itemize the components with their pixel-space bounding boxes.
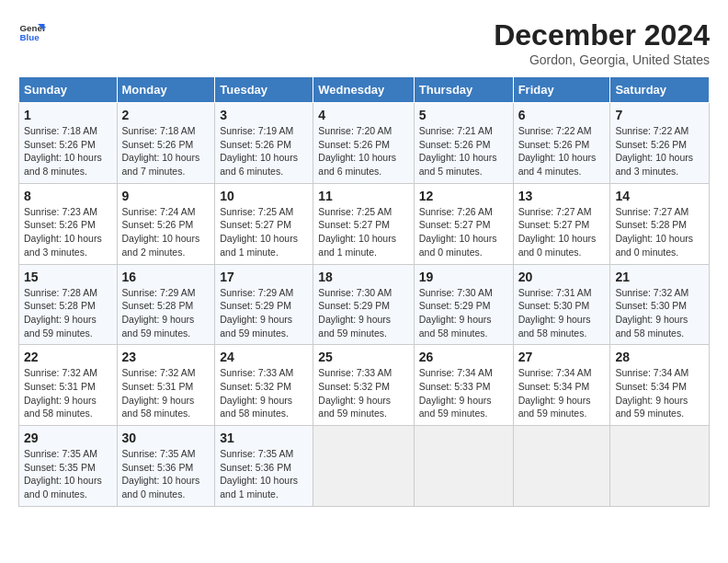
table-row — [610, 426, 710, 507]
table-row: 1 Sunrise: 7:18 AMSunset: 5:26 PMDayligh… — [19, 103, 118, 184]
svg-text:Blue: Blue — [20, 32, 40, 42]
day-info: Sunrise: 7:29 AMSunset: 5:29 PMDaylight:… — [220, 287, 293, 339]
logo-icon: General Blue — [18, 18, 46, 46]
day-info: Sunrise: 7:19 AMSunset: 5:26 PMDaylight:… — [220, 125, 298, 177]
table-row: 20 Sunrise: 7:31 AMSunset: 5:30 PMDaylig… — [513, 264, 610, 345]
day-info: Sunrise: 7:33 AMSunset: 5:32 PMDaylight:… — [318, 367, 392, 419]
day-number: 16 — [122, 270, 210, 284]
table-row: 7 Sunrise: 7:22 AMSunset: 5:26 PMDayligh… — [610, 103, 710, 184]
day-number: 13 — [518, 189, 606, 203]
day-info: Sunrise: 7:25 AMSunset: 5:27 PMDaylight:… — [318, 206, 396, 258]
day-number: 25 — [318, 350, 408, 364]
table-row: 22 Sunrise: 7:32 AMSunset: 5:31 PMDaylig… — [19, 345, 118, 426]
day-number: 23 — [122, 350, 210, 364]
table-row: 16 Sunrise: 7:29 AMSunset: 5:28 PMDaylig… — [117, 264, 215, 345]
day-number: 10 — [220, 189, 308, 203]
day-info: Sunrise: 7:27 AMSunset: 5:28 PMDaylight:… — [615, 206, 693, 258]
calendar-week-row: 29 Sunrise: 7:35 AMSunset: 5:35 PMDaylig… — [19, 426, 710, 507]
table-row: 11 Sunrise: 7:25 AMSunset: 5:27 PMDaylig… — [313, 183, 414, 264]
day-info: Sunrise: 7:27 AMSunset: 5:27 PMDaylight:… — [518, 206, 597, 258]
table-row: 19 Sunrise: 7:30 AMSunset: 5:29 PMDaylig… — [414, 264, 513, 345]
table-row: 31 Sunrise: 7:35 AMSunset: 5:36 PMDaylig… — [215, 426, 313, 507]
day-info: Sunrise: 7:21 AMSunset: 5:26 PMDaylight:… — [419, 125, 497, 177]
day-info: Sunrise: 7:33 AMSunset: 5:32 PMDaylight:… — [220, 367, 293, 419]
page-header: General Blue December 2024 Gordon, Georg… — [18, 18, 710, 67]
location: Gordon, Georgia, United States — [494, 52, 710, 67]
day-number: 17 — [220, 270, 308, 284]
day-number: 9 — [122, 189, 210, 203]
col-thursday: Thursday — [414, 77, 513, 103]
table-row: 17 Sunrise: 7:29 AMSunset: 5:29 PMDaylig… — [215, 264, 313, 345]
table-row: 29 Sunrise: 7:35 AMSunset: 5:35 PMDaylig… — [19, 426, 118, 507]
day-number: 20 — [518, 270, 606, 284]
calendar-week-row: 15 Sunrise: 7:28 AMSunset: 5:28 PMDaylig… — [19, 264, 710, 345]
day-info: Sunrise: 7:32 AMSunset: 5:31 PMDaylight:… — [24, 367, 97, 419]
day-number: 28 — [615, 350, 704, 364]
day-number: 14 — [615, 189, 704, 203]
day-info: Sunrise: 7:26 AMSunset: 5:27 PMDaylight:… — [419, 206, 497, 258]
table-row: 6 Sunrise: 7:22 AMSunset: 5:26 PMDayligh… — [513, 103, 610, 184]
month-title: December 2024 — [494, 18, 710, 52]
day-info: Sunrise: 7:35 AMSunset: 5:35 PMDaylight:… — [24, 448, 102, 500]
calendar-week-row: 22 Sunrise: 7:32 AMSunset: 5:31 PMDaylig… — [19, 345, 710, 426]
day-info: Sunrise: 7:35 AMSunset: 5:36 PMDaylight:… — [220, 448, 298, 500]
table-row: 15 Sunrise: 7:28 AMSunset: 5:28 PMDaylig… — [19, 264, 118, 345]
table-row: 14 Sunrise: 7:27 AMSunset: 5:28 PMDaylig… — [610, 183, 710, 264]
day-number: 29 — [24, 431, 112, 445]
day-info: Sunrise: 7:29 AMSunset: 5:28 PMDaylight:… — [122, 287, 196, 339]
day-info: Sunrise: 7:35 AMSunset: 5:36 PMDaylight:… — [122, 448, 200, 500]
day-info: Sunrise: 7:25 AMSunset: 5:27 PMDaylight:… — [220, 206, 298, 258]
table-row: 27 Sunrise: 7:34 AMSunset: 5:34 PMDaylig… — [513, 345, 610, 426]
day-number: 22 — [24, 350, 112, 364]
table-row: 26 Sunrise: 7:34 AMSunset: 5:33 PMDaylig… — [414, 345, 513, 426]
day-info: Sunrise: 7:22 AMSunset: 5:26 PMDaylight:… — [615, 125, 693, 177]
day-number: 12 — [419, 189, 508, 203]
day-info: Sunrise: 7:34 AMSunset: 5:33 PMDaylight:… — [419, 367, 493, 419]
day-info: Sunrise: 7:30 AMSunset: 5:29 PMDaylight:… — [318, 287, 392, 339]
col-sunday: Sunday — [19, 77, 118, 103]
calendar-table: Sunday Monday Tuesday Wednesday Thursday… — [18, 76, 710, 507]
day-number: 26 — [419, 350, 508, 364]
day-number: 19 — [419, 270, 508, 284]
table-row: 10 Sunrise: 7:25 AMSunset: 5:27 PMDaylig… — [215, 183, 313, 264]
day-number: 5 — [419, 108, 508, 122]
table-row — [313, 426, 414, 507]
day-number: 7 — [615, 108, 704, 122]
day-info: Sunrise: 7:28 AMSunset: 5:28 PMDaylight:… — [24, 287, 97, 339]
table-row: 25 Sunrise: 7:33 AMSunset: 5:32 PMDaylig… — [313, 345, 414, 426]
day-info: Sunrise: 7:23 AMSunset: 5:26 PMDaylight:… — [24, 206, 102, 258]
day-info: Sunrise: 7:24 AMSunset: 5:26 PMDaylight:… — [122, 206, 200, 258]
day-info: Sunrise: 7:30 AMSunset: 5:29 PMDaylight:… — [419, 287, 493, 339]
table-row: 21 Sunrise: 7:32 AMSunset: 5:30 PMDaylig… — [610, 264, 710, 345]
day-number: 3 — [220, 108, 308, 122]
table-row: 18 Sunrise: 7:30 AMSunset: 5:29 PMDaylig… — [313, 264, 414, 345]
day-info: Sunrise: 7:22 AMSunset: 5:26 PMDaylight:… — [518, 125, 597, 177]
table-row: 9 Sunrise: 7:24 AMSunset: 5:26 PMDayligh… — [117, 183, 215, 264]
day-number: 8 — [24, 189, 112, 203]
title-block: December 2024 Gordon, Georgia, United St… — [494, 18, 710, 67]
col-friday: Friday — [513, 77, 610, 103]
day-info: Sunrise: 7:34 AMSunset: 5:34 PMDaylight:… — [518, 367, 592, 419]
table-row: 3 Sunrise: 7:19 AMSunset: 5:26 PMDayligh… — [215, 103, 313, 184]
day-info: Sunrise: 7:18 AMSunset: 5:26 PMDaylight:… — [24, 125, 102, 177]
col-wednesday: Wednesday — [313, 77, 414, 103]
table-row: 8 Sunrise: 7:23 AMSunset: 5:26 PMDayligh… — [19, 183, 118, 264]
logo: General Blue — [18, 18, 46, 46]
col-saturday: Saturday — [610, 77, 710, 103]
day-number: 24 — [220, 350, 308, 364]
table-row: 30 Sunrise: 7:35 AMSunset: 5:36 PMDaylig… — [117, 426, 215, 507]
day-number: 11 — [318, 189, 408, 203]
table-row: 24 Sunrise: 7:33 AMSunset: 5:32 PMDaylig… — [215, 345, 313, 426]
table-row: 5 Sunrise: 7:21 AMSunset: 5:26 PMDayligh… — [414, 103, 513, 184]
day-info: Sunrise: 7:18 AMSunset: 5:26 PMDaylight:… — [122, 125, 200, 177]
table-row: 12 Sunrise: 7:26 AMSunset: 5:27 PMDaylig… — [414, 183, 513, 264]
day-number: 31 — [220, 431, 308, 445]
table-row — [513, 426, 610, 507]
day-number: 15 — [24, 270, 112, 284]
calendar-week-row: 1 Sunrise: 7:18 AMSunset: 5:26 PMDayligh… — [19, 103, 710, 184]
table-row: 23 Sunrise: 7:32 AMSunset: 5:31 PMDaylig… — [117, 345, 215, 426]
table-row: 2 Sunrise: 7:18 AMSunset: 5:26 PMDayligh… — [117, 103, 215, 184]
col-monday: Monday — [117, 77, 215, 103]
calendar-week-row: 8 Sunrise: 7:23 AMSunset: 5:26 PMDayligh… — [19, 183, 710, 264]
day-info: Sunrise: 7:31 AMSunset: 5:30 PMDaylight:… — [518, 287, 592, 339]
